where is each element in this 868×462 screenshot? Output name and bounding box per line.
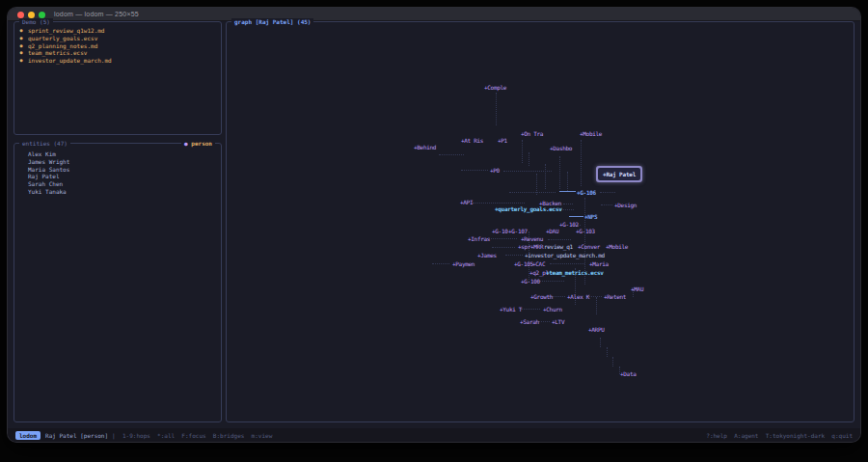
graph-edge: [600, 338, 601, 347]
graph-node[interactable]: +ARPU: [588, 326, 605, 333]
graph-edge: [529, 152, 529, 166]
app-mode-badge: lodom: [15, 431, 41, 440]
status-keybindings: [116, 432, 122, 439]
selected-node-inner: +Raj Patel: [598, 168, 640, 180]
graph-node[interactable]: +G-10: [492, 228, 508, 234]
graph-node[interactable]: +Growth: [530, 293, 553, 300]
graph-edge-highlight: [569, 216, 583, 217]
graph-node[interactable]: +Design: [614, 202, 637, 208]
graph-edge: [559, 156, 560, 189]
graph-node[interactable]: +Data: [620, 370, 637, 377]
graph-node[interactable]: +G-103: [576, 228, 595, 234]
graph-node[interactable]: +Paymen: [452, 260, 475, 267]
graph-node[interactable]: +quarterly_goals.ecsv: [495, 205, 562, 212]
graph-edge: [509, 192, 556, 193]
graph-node[interactable]: +Yuki T: [500, 306, 522, 313]
graph-node[interactable]: +Conver: [578, 243, 600, 250]
graph-node[interactable]: +Revenu: [521, 235, 543, 242]
graph-node[interactable]: +MRR: [530, 243, 543, 250]
graph-edge: [596, 297, 597, 314]
graph-edge: [612, 357, 613, 367]
graph-node[interactable]: +At Ris: [461, 137, 483, 144]
graph-node[interactable]: +Churn: [543, 306, 562, 313]
graph-node[interactable]: +P1: [498, 137, 507, 144]
status-keys-left: 1-9:hops *:all F:focus B:bridges m:view: [122, 432, 272, 439]
graph-node[interactable]: +API: [460, 199, 473, 205]
graph-node[interactable]: +MAU: [631, 285, 643, 292]
graph-edge: [550, 263, 584, 264]
graph-node[interactable]: +team_metrics.ecsv: [546, 269, 604, 276]
graph-edge: [537, 281, 564, 282]
graph-node[interactable]: +LTV: [552, 318, 564, 325]
graph-node[interactable]: +Comple: [484, 84, 506, 91]
graph-node[interactable]: +spr: [518, 243, 530, 250]
graph-canvas[interactable]: +Comple+On Tra+Mobile+At Ris+P1+Behind+D…: [8, 8, 860, 428]
selected-node-raj-patel[interactable]: +Raj Patel: [596, 166, 642, 182]
graph-edge: [588, 296, 602, 297]
status-bar: lodom Raj Patel [person] | 1-9:hops *:al…: [8, 428, 860, 442]
graph-node[interactable]: +Behind: [414, 144, 436, 150]
selected-node-label: +Raj Patel: [603, 171, 636, 177]
graph-edge: [496, 93, 497, 125]
graph-edge: [505, 255, 523, 256]
graph-edge: [521, 309, 540, 310]
graph-edge: [607, 347, 608, 357]
graph-node[interactable]: +G-107: [508, 228, 528, 234]
graph-node[interactable]: +Infras: [468, 235, 490, 242]
graph-edge: [503, 171, 552, 172]
graph-node[interactable]: +On Tra: [521, 130, 543, 137]
graph-node[interactable]: +Mobile: [580, 130, 602, 137]
graph-edge: [545, 164, 546, 189]
graph-edge: [439, 154, 464, 155]
graph-edge-highlight: [559, 191, 576, 192]
graph-node[interactable]: +G-106: [577, 189, 596, 196]
graph-node[interactable]: +G-102: [559, 221, 579, 228]
graph-node[interactable]: +Mobile: [606, 243, 628, 250]
graph-node[interactable]: +P0: [490, 167, 500, 174]
graph-node[interactable]: +G-105: [514, 260, 533, 267]
graph-node[interactable]: +James: [477, 252, 497, 258]
graph-edge: [461, 170, 488, 171]
graph-edge: [601, 204, 612, 205]
graph-node[interactable]: +Sarah: [520, 318, 539, 325]
graph-edge: [522, 140, 523, 163]
graph-edge: [492, 247, 515, 248]
graph-edge: [548, 239, 571, 240]
graph-node[interactable]: +Maria: [589, 260, 609, 267]
graph-node[interactable]: +investor_update_march.md: [525, 252, 605, 258]
graph-edge: [600, 192, 615, 193]
graph-node[interactable]: +Dashbo: [550, 145, 572, 151]
status-selection: Raj Patel [person]: [45, 432, 108, 439]
graph-edge: [473, 203, 525, 204]
graph-node[interactable]: +DAU: [546, 228, 558, 234]
graph-node[interactable]: +NPS: [584, 213, 597, 220]
graph-edge: [563, 204, 573, 204]
graph-edge: [581, 140, 582, 186]
graph-edge: [567, 172, 568, 191]
graph-node[interactable]: +CAC: [532, 260, 545, 267]
terminal-window: lodom — lodom — 250×55 Demo (5) ●sprint_…: [8, 8, 860, 442]
graph-node[interactable]: +G-100: [521, 278, 540, 285]
graph-node[interactable]: +Retent: [604, 293, 626, 300]
status-keys-right: ?:help A:agent T:tokyonight-dark q:quit: [706, 432, 853, 439]
graph-edge: [432, 263, 449, 264]
graph-node[interactable]: review_q1: [544, 243, 573, 250]
graph-node[interactable]: +Alex K: [567, 293, 589, 300]
graph-edge: [538, 321, 550, 322]
